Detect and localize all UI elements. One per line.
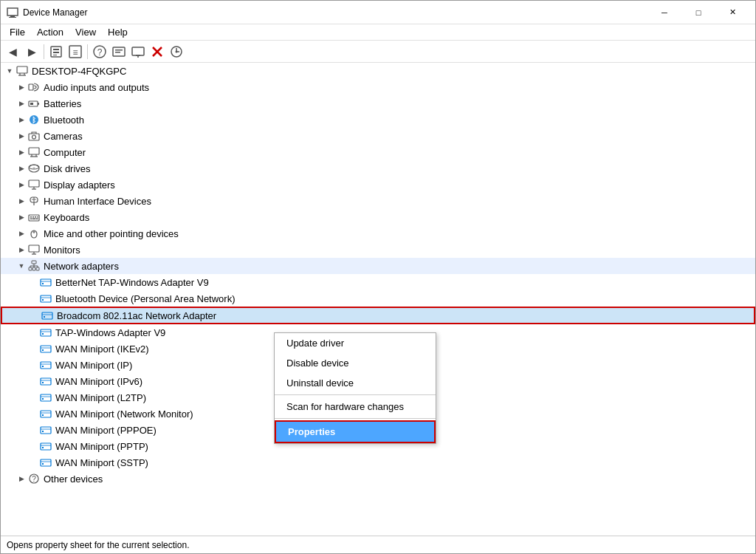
tree-item-disk[interactable]: ▶ Disk drives: [1, 160, 755, 177]
menu-help[interactable]: Help: [102, 25, 134, 39]
ctx-properties[interactable]: Properties: [275, 420, 436, 443]
net1-expand: [27, 276, 39, 288]
tree-item-hid[interactable]: ▶ Human Interface Devices: [1, 193, 755, 209]
net4-label: TAP-Windows Adapter V9: [55, 327, 165, 338]
svg-rect-77: [42, 333, 44, 335]
net9-icon: [39, 407, 52, 420]
mice-icon: [27, 227, 41, 240]
net12-icon: [39, 456, 52, 469]
computer-expand: ▶: [16, 146, 27, 158]
display-expand: ▶: [16, 179, 27, 191]
display-label: Display adapters: [44, 179, 115, 191]
svg-rect-48: [30, 216, 32, 218]
net4-icon: [39, 326, 52, 339]
svg-rect-64: [36, 267, 39, 270]
back-button[interactable]: ◀: [4, 43, 21, 61]
tree-item-net2[interactable]: Bluetooth Device (Personal Area Network): [1, 290, 755, 307]
close-button[interactable]: ✕: [715, 1, 749, 24]
ctx-disable-device[interactable]: Disable device: [275, 353, 436, 373]
tree-item-cameras[interactable]: ▶ Cameras: [1, 128, 755, 144]
net3-icon: [41, 309, 54, 322]
scan-hardware-button[interactable]: [168, 43, 185, 61]
svg-rect-6: [53, 55, 57, 55]
menu-file[interactable]: File: [4, 25, 31, 39]
net12-label: WAN Miniport (SSTP): [55, 457, 148, 468]
minimize-button[interactable]: ─: [647, 1, 681, 24]
tree-item-other[interactable]: ▶ ? Other devices: [1, 471, 755, 487]
device-icon-button[interactable]: [129, 43, 147, 61]
computer-item-icon: [27, 146, 41, 159]
maximize-button[interactable]: □: [681, 1, 715, 24]
tree-item-mice[interactable]: ▶ Mice and other pointing devices: [1, 225, 755, 242]
scan-button[interactable]: [110, 43, 128, 61]
svg-rect-49: [32, 216, 34, 218]
net7-label: WAN Miniport (IPv6): [55, 376, 142, 387]
remove-button[interactable]: [148, 43, 166, 61]
tree-item-bluetooth[interactable]: ▶ ᛒ Bluetooth: [1, 112, 755, 128]
update-driver-button[interactable]: ≡: [66, 43, 84, 61]
tree-item-batteries[interactable]: ▶ Batteries: [1, 95, 755, 112]
svg-rect-75: [44, 316, 45, 318]
svg-rect-89: [42, 431, 44, 432]
net8-label: WAN Miniport (L2TP): [55, 392, 146, 403]
help-button[interactable]: ?: [91, 43, 109, 61]
properties-button[interactable]: [47, 43, 65, 61]
menu-action[interactable]: Action: [31, 25, 69, 39]
svg-rect-21: [17, 66, 27, 73]
batteries-label: Batteries: [44, 98, 81, 109]
svg-rect-73: [42, 299, 44, 301]
device-tree[interactable]: ▼ DESKTOP-4FQKGPC ▶: [1, 63, 755, 536]
ctx-separator-2: [275, 418, 436, 419]
svg-rect-81: [42, 366, 44, 367]
net3-label: Broadcom 802.11ac Network Adapter: [57, 310, 216, 321]
svg-point-32: [32, 135, 36, 139]
other-label: Other devices: [44, 473, 103, 485]
status-text: Opens property sheet for the current sel…: [7, 540, 189, 550]
computer-label: Computer: [44, 147, 86, 158]
net2-label: Bluetooth Device (Personal Area Network): [55, 293, 236, 304]
tree-item-network[interactable]: ▼ Network adapters: [1, 258, 755, 274]
window-title: Device Manager: [23, 7, 647, 18]
tree-item-monitors[interactable]: ▶ Monitors: [1, 242, 755, 258]
net11-icon: [39, 440, 52, 453]
svg-text:ᛒ: ᛒ: [32, 116, 36, 124]
ctx-uninstall-device[interactable]: Uninstall device: [275, 373, 436, 393]
disk-icon: [27, 162, 41, 175]
net2-icon: [39, 292, 52, 305]
tree-item-net3[interactable]: Broadcom 802.11ac Network Adapter: [1, 307, 755, 324]
tree-item-display[interactable]: ▶ Display adapters: [1, 177, 755, 193]
display-icon: [27, 178, 41, 191]
ctx-update-driver[interactable]: Update driver: [275, 333, 436, 353]
tree-root[interactable]: ▼ DESKTOP-4FQKGPC: [1, 63, 755, 79]
tree-item-computer[interactable]: ▶ Computer: [1, 144, 755, 160]
toolbar-separator-2: [87, 44, 88, 59]
svg-rect-90: [41, 443, 51, 450]
network-expand: ▼: [16, 260, 27, 272]
svg-rect-52: [30, 219, 32, 220]
net1-label: BetterNet TAP-Windows Adapter V9: [55, 277, 209, 288]
ctx-scan-hardware[interactable]: Scan for hardware changes: [275, 397, 436, 417]
cameras-expand: ▶: [16, 130, 27, 142]
svg-rect-71: [42, 283, 44, 284]
keyboards-label: Keyboards: [44, 212, 89, 223]
network-icon: [27, 259, 41, 273]
net6-icon: [39, 358, 52, 372]
bluetooth-expand: ▶: [16, 114, 27, 126]
forward-button[interactable]: ▶: [23, 43, 41, 61]
title-bar: Device Manager ─ □ ✕: [1, 1, 755, 24]
root-expand-icon: ▼: [4, 65, 16, 77]
svg-rect-85: [42, 398, 44, 400]
svg-rect-33: [29, 148, 39, 154]
tree-item-net1[interactable]: BetterNet TAP-Windows Adapter V9: [1, 274, 755, 290]
svg-rect-62: [29, 267, 32, 270]
bluetooth-icon: ᛒ: [27, 113, 41, 126]
svg-rect-12: [115, 49, 123, 51]
monitors-expand: ▶: [16, 244, 27, 256]
other-expand: ▶: [16, 473, 27, 485]
tree-item-net12[interactable]: WAN Miniport (SSTP): [1, 454, 755, 471]
batteries-icon: [27, 97, 41, 110]
menu-view[interactable]: View: [69, 25, 102, 39]
tree-item-keyboards[interactable]: ▶ Keyboards: [1, 209, 755, 225]
tree-item-audio[interactable]: ▶ Audio inputs and outputs: [1, 79, 755, 95]
svg-text:?: ?: [97, 47, 103, 58]
